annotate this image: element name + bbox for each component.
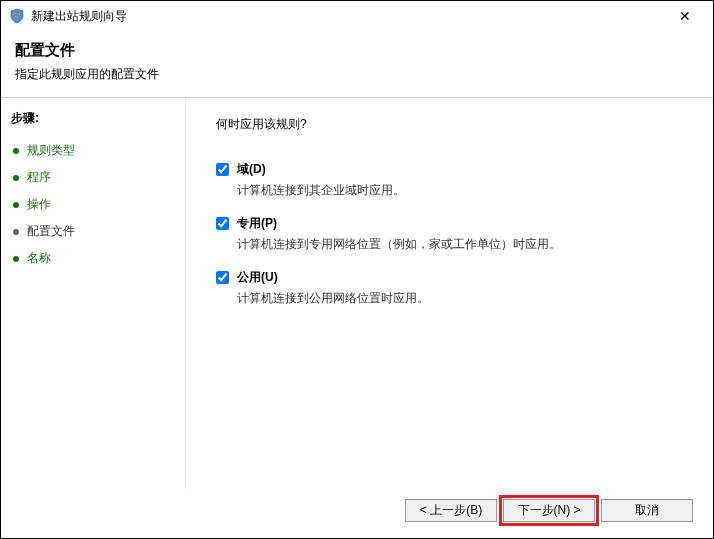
public-label: 公用(U) [237,269,278,286]
svg-rect-2 [15,16,18,18]
steps-heading: 步骤: [11,110,175,127]
domain-label: 域(D) [237,161,266,178]
step-action[interactable]: 操作 [11,191,175,218]
private-checkbox[interactable] [216,217,229,230]
steps-sidebar: 步骤: 规则类型 程序 操作 配置文件 名称 [1,98,186,489]
bullet-icon [13,229,19,235]
window-title: 新建出站规则向导 [31,8,665,25]
svg-rect-1 [17,13,20,15]
bullet-icon [13,256,19,262]
domain-option-row: 域(D) [216,161,683,178]
next-button[interactable]: 下一步(N) > [503,499,595,522]
step-label: 规则类型 [27,142,75,159]
private-option-row: 专用(P) [216,215,683,232]
domain-checkbox[interactable] [216,163,229,176]
titlebar: 新建出站规则向导 ✕ [1,1,713,31]
cancel-button[interactable]: 取消 [601,499,693,522]
step-rule-type[interactable]: 规则类型 [11,137,175,164]
public-option-row: 公用(U) [216,269,683,286]
public-checkbox[interactable] [216,271,229,284]
page-title: 配置文件 [15,41,699,60]
content-prompt: 何时应用该规则? [216,116,683,133]
bullet-icon [13,175,19,181]
bullet-icon [13,202,19,208]
private-desc: 计算机连接到专用网络位置（例如，家或工作单位）时应用。 [237,236,683,253]
step-label: 配置文件 [27,223,75,240]
back-button[interactable]: < 上一步(B) [405,499,497,522]
bullet-icon [13,148,19,154]
private-label: 专用(P) [237,215,277,232]
page-description: 指定此规则应用的配置文件 [15,66,699,83]
step-label: 名称 [27,250,51,267]
firewall-icon [9,8,25,24]
public-desc: 计算机连接到公用网络位置时应用。 [237,290,683,307]
close-button[interactable]: ✕ [665,4,705,28]
step-label: 操作 [27,196,51,213]
step-program[interactable]: 程序 [11,164,175,191]
close-icon: ✕ [679,8,691,24]
wizard-body: 步骤: 规则类型 程序 操作 配置文件 名称 何时应用该规则? 域(D) 计算机… [1,98,713,489]
svg-rect-0 [13,13,16,15]
domain-desc: 计算机连接到其企业域时应用。 [237,182,683,199]
wizard-header: 配置文件 指定此规则应用的配置文件 [1,31,713,98]
step-name[interactable]: 名称 [11,245,175,272]
step-profile[interactable]: 配置文件 [11,218,175,245]
wizard-footer: < 上一步(B) 下一步(N) > 取消 [1,489,713,538]
step-label: 程序 [27,169,51,186]
wizard-content: 何时应用该规则? 域(D) 计算机连接到其企业域时应用。 专用(P) 计算机连接… [186,98,713,489]
